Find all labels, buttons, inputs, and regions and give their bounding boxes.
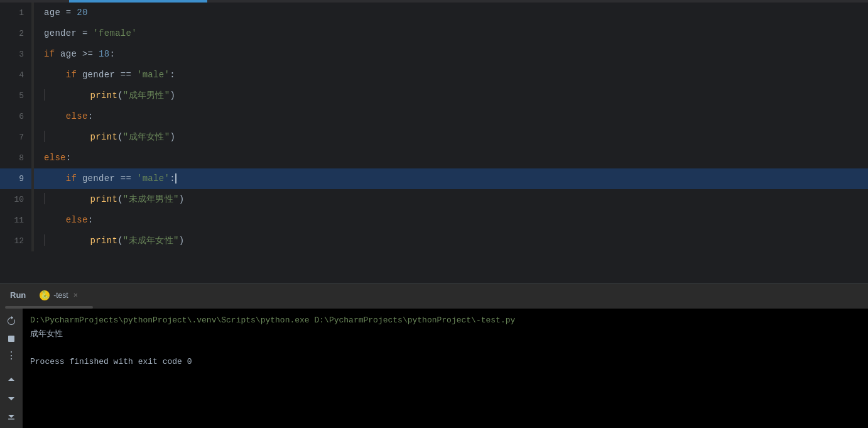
code-content-9: if gender == 'male': (34, 168, 176, 189)
svg-rect-1 (8, 419, 14, 420)
line-number-3: 3 (0, 44, 31, 65)
code-line-6[interactable]: 6 else: (0, 106, 868, 127)
token-paren: ) (170, 91, 175, 101)
token-var: gender (77, 173, 121, 184)
code-line-5[interactable]: 5 print("成年男性") (0, 85, 868, 106)
tab-name: -test (53, 291, 68, 300)
token-kw: if (44, 70, 77, 80)
token-kw: if (44, 173, 77, 184)
run-label[interactable]: Run (5, 288, 31, 302)
token-paren: ) (179, 236, 185, 246)
run-tab[interactable]: 🐍 -test ✕ (33, 287, 84, 304)
scroll-down-button[interactable] (4, 390, 19, 405)
token-str: "成年男性" (123, 91, 170, 101)
token-str: 'female' (93, 28, 137, 38)
console-blank-line (30, 341, 860, 355)
token-func: print (46, 194, 117, 204)
token-op: : (170, 173, 175, 184)
token-op: : (88, 111, 94, 121)
token-func: print (46, 132, 117, 142)
code-content-10: print("未成年男性") (34, 189, 184, 210)
line-number-4: 4 (0, 65, 31, 85)
scroll-to-end-icon (6, 410, 16, 420)
code-line-11[interactable]: 11 else: (0, 210, 868, 231)
python-tab-icon: 🐍 (40, 290, 50, 300)
scroll-up-icon (6, 375, 16, 385)
token-func: print (46, 91, 117, 101)
code-line-2[interactable]: 2gender = 'female' (0, 23, 868, 44)
token-var: gender (44, 28, 77, 38)
token-var: age (55, 49, 82, 59)
code-content-5: print("成年男性") (34, 85, 175, 106)
token-paren: ) (179, 194, 185, 204)
code-line-7[interactable]: 7 print("成年女性") (0, 127, 868, 148)
tab-close-button[interactable]: ✕ (73, 290, 78, 300)
rerun-icon (6, 316, 16, 326)
line-number-11: 11 (0, 210, 31, 231)
token-str: "未成年男性" (123, 194, 179, 204)
line-number-12: 12 (0, 231, 31, 251)
rerun-button[interactable] (4, 314, 19, 329)
code-content-3: if age >= 18: (34, 44, 115, 65)
console-output[interactable]: D:\PycharmProjects\pythonProject\.venv\S… (23, 309, 868, 428)
more-icon: ⋮ (6, 351, 16, 361)
code-line-4[interactable]: 4 if gender == 'male': (0, 65, 868, 85)
code-line-1[interactable]: 1age = 20 (0, 3, 868, 23)
run-panel-left: ⋮ (0, 309, 23, 428)
code-content-2: gender = 'female' (34, 23, 137, 44)
token-str: 'male' (131, 173, 170, 184)
indent-bar (44, 89, 45, 101)
token-op: == (121, 70, 131, 80)
code-content-6: else: (34, 106, 93, 127)
more-button[interactable]: ⋮ (4, 349, 19, 364)
code-content-12: print("未成年女性") (34, 231, 184, 251)
token-op: : (109, 49, 115, 59)
run-panel-content: ⋮ D:\PycharmProjects\pyt (0, 309, 868, 428)
editor-area: 1age = 202gender = 'female'3if age >= 18… (0, 0, 868, 283)
cursor (175, 173, 176, 184)
line-number-7: 7 (0, 127, 31, 148)
stop-icon (6, 334, 16, 344)
code-content-7: print("成年女性") (34, 127, 175, 148)
token-kw: else (44, 215, 88, 225)
code-line-8[interactable]: 8else: (0, 148, 868, 168)
code-line-12[interactable]: 12 print("未成年女性") (0, 231, 868, 251)
token-kw: else (44, 111, 88, 121)
token-func: print (46, 236, 117, 246)
token-op: == (121, 173, 131, 184)
token-paren: ) (170, 132, 175, 142)
token-num: 18 (93, 49, 109, 59)
token-paren: ( (117, 236, 123, 246)
code-line-10[interactable]: 10 print("未成年男性") (0, 189, 868, 210)
token-kw: if (44, 49, 55, 59)
token-paren: ( (117, 91, 123, 101)
token-str: "未成年女性" (123, 236, 179, 246)
tab-scrollbar-area (0, 306, 868, 309)
line-number-8: 8 (0, 148, 31, 168)
code-line-3[interactable]: 3if age >= 18: (0, 44, 868, 65)
code-content-8: else: (34, 148, 72, 168)
code-content-4: if gender == 'male': (34, 65, 175, 85)
code-line-9[interactable]: 9 if gender == 'male': (0, 168, 868, 189)
indent-bar (44, 193, 45, 204)
stop-button[interactable] (4, 331, 19, 346)
token-op: >= (82, 49, 93, 59)
line-number-6: 6 (0, 106, 31, 127)
indent-bar (44, 131, 45, 142)
token-op: = (60, 8, 77, 18)
tab-scrollbar-thumb (5, 306, 93, 309)
svg-rect-0 (8, 336, 14, 342)
scroll-to-end-button[interactable] (4, 408, 19, 423)
scroll-up-button[interactable] (4, 373, 19, 388)
token-paren: ( (117, 194, 123, 204)
token-num: 20 (77, 8, 87, 18)
indent-bar (44, 234, 45, 246)
token-paren: ( (117, 132, 123, 142)
token-kw: else (44, 153, 66, 163)
token-var: gender (77, 70, 121, 80)
token-op: : (170, 70, 175, 80)
code-content-11: else: (34, 210, 93, 231)
run-tabs: Run 🐍 -test ✕ (0, 283, 868, 306)
line-number-2: 2 (0, 23, 31, 44)
token-op: : (88, 215, 94, 225)
